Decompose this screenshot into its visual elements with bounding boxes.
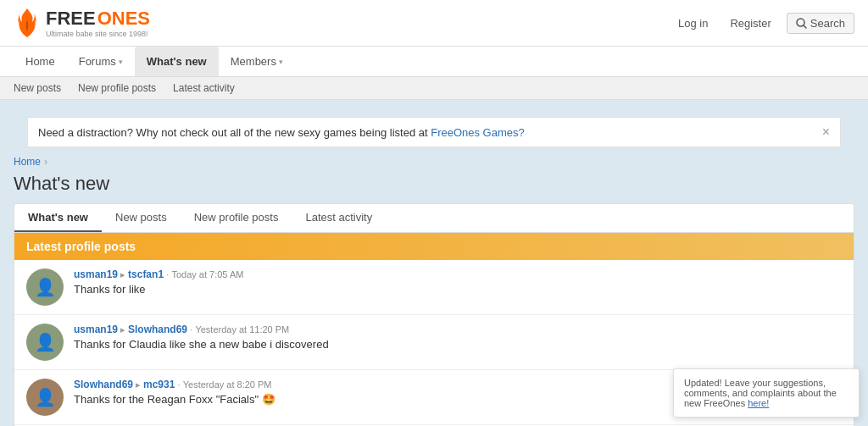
tab-new-profile-posts[interactable]: New profile posts	[181, 204, 292, 232]
register-button[interactable]: Register	[723, 14, 777, 33]
notification-link[interactable]: here!	[748, 398, 769, 408]
tab-new-posts[interactable]: New posts	[102, 204, 181, 232]
search-icon	[796, 18, 807, 29]
post-direction-arrow: ▸	[136, 379, 141, 390]
nav-forums[interactable]: Forums ▾	[67, 47, 135, 76]
notification-popup: Updated! Leave your suggestions, comment…	[673, 368, 860, 418]
post-time: Today at 7:05 AM	[171, 269, 243, 279]
distraction-banner: Need a distraction? Why not check out al…	[27, 117, 841, 147]
tab-latest-activity[interactable]: Latest activity	[292, 204, 386, 232]
flame-icon	[14, 7, 41, 39]
breadcrumb: Home ›	[14, 156, 854, 168]
banner-link[interactable]: FreeOnes Games?	[431, 126, 525, 139]
post-dot: ·	[190, 324, 192, 335]
post-direction-arrow: ▸	[120, 324, 125, 335]
post-text: Thanks for Claudia like she a new babe i…	[74, 338, 842, 351]
post-body: usman19▸Slowhand69·Yesterday at 11:20 PM…	[74, 324, 842, 351]
logo: FREEONES Ultimate babe site since 1998!	[14, 7, 150, 39]
section-header: Latest profile posts	[14, 233, 854, 260]
avatar: 👤	[26, 379, 64, 416]
post-direction-arrow: ▸	[120, 269, 125, 280]
subnav-new-posts[interactable]: New posts	[14, 80, 61, 96]
members-arrow: ▾	[279, 58, 283, 66]
site-header: FREEONES Ultimate babe site since 1998! …	[0, 0, 868, 47]
breadcrumb-home[interactable]: Home	[14, 156, 41, 168]
main-nav: Home Forums ▾ What's new Members ▾	[0, 47, 868, 77]
tab-whats-new[interactable]: What's new	[14, 204, 102, 232]
post-time: Yesterday at 11:20 PM	[195, 324, 289, 335]
post-dot: ·	[177, 379, 180, 390]
avatar: 👤	[26, 268, 64, 306]
post-body: usman19▸tscfan1·Today at 7:05 AMThanks f…	[74, 268, 842, 296]
forums-arrow: ▾	[119, 58, 123, 66]
logo-free: FREE	[46, 8, 96, 30]
post-meta: usman19▸tscfan1·Today at 7:05 AM	[74, 268, 842, 280]
post-from-user[interactable]: usman19	[74, 324, 118, 335]
page-title: What's new	[14, 173, 854, 195]
banner-text: Need a distraction? Why not check out al…	[38, 126, 525, 139]
post-row: 👤usman19▸Slowhand69·Yesterday at 11:20 P…	[14, 315, 854, 370]
login-button[interactable]: Log in	[671, 14, 715, 33]
post-from-user[interactable]: Slowhand69	[74, 379, 133, 390]
post-to-user[interactable]: tscfan1	[128, 268, 164, 280]
post-dot: ·	[166, 268, 169, 280]
avatar: 👤	[26, 324, 64, 361]
tab-bar: What's new New posts New profile posts L…	[14, 203, 854, 233]
header-actions: Log in Register Search	[671, 13, 854, 34]
logo-tagline: Ultimate babe site since 1998!	[46, 30, 150, 38]
post-from-user[interactable]: usman19	[74, 268, 118, 280]
post-time: Yesterday at 8:20 PM	[183, 379, 272, 390]
logo-ones: ONES	[97, 8, 150, 30]
banner-close-button[interactable]: ×	[822, 124, 830, 140]
sub-nav: New posts New profile posts Latest activ…	[0, 77, 868, 100]
nav-members[interactable]: Members ▾	[219, 47, 295, 76]
post-text: Thanks for like	[74, 283, 842, 296]
nav-home[interactable]: Home	[14, 47, 67, 76]
post-to-user[interactable]: mc931	[143, 379, 175, 390]
logo-text: FREEONES Ultimate babe site since 1998!	[46, 8, 150, 38]
search-label: Search	[810, 17, 845, 30]
svg-line-1	[804, 25, 806, 28]
post-meta: usman19▸Slowhand69·Yesterday at 11:20 PM	[74, 324, 842, 335]
subnav-new-profile-posts[interactable]: New profile posts	[78, 80, 156, 96]
nav-whats-new[interactable]: What's new	[135, 47, 219, 76]
breadcrumb-separator: ›	[44, 156, 47, 168]
search-button[interactable]: Search	[787, 13, 854, 34]
post-row: 👤usman19▸tscfan1·Today at 7:05 AMThanks …	[14, 260, 854, 315]
post-to-user[interactable]: Slowhand69	[128, 324, 187, 335]
subnav-latest-activity[interactable]: Latest activity	[173, 80, 235, 96]
